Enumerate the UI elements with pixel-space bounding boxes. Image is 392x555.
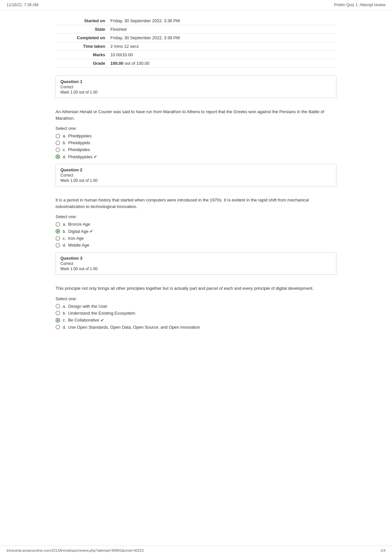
attempt-info-value: 10.00/10.00 [108,51,336,59]
option-item: b.Pheidippids [56,140,336,145]
option-item: d.Use Open Standards, Open Data, Open So… [56,325,336,330]
question-text: An Athenian Herald or Courier was said t… [56,109,336,121]
correct-checkmark-icon: ✔ [90,229,93,234]
options-list: a.Phedippidesb.Pheidippidsc.Pheidipidesd… [56,133,336,159]
select-one-label: Select one: [56,296,336,301]
attempt-info-table: Started onFriday, 30 September 2022, 3:3… [56,17,336,68]
page-header: 11/16/22, 7:36 AM Prelim Quiz 1: Attempt… [0,0,392,10]
option-item: c.Iron Age [56,236,336,241]
option-letter: d. [63,243,66,248]
question-number: Question 1 [60,79,332,84]
option-text: Use Open Standards, Open Data, Open Sour… [68,325,200,330]
option-letter: c. [63,236,66,241]
question-mark: Mark 1.00 out of 1.00 [60,90,332,95]
option-text: Pheidippides [68,154,92,159]
question-body: It is a period in human history that sta… [56,192,336,252]
question-header-block: Question 1CorrectMark 1.00 out of 1.00 [56,76,336,98]
option-letter: a. [63,304,66,309]
radio-icon [56,154,60,159]
correct-checkmark-icon: ✔ [93,154,97,159]
option-text: Pheidipides [68,147,90,152]
header-title: Prelim Quiz 1: Attempt review [334,3,385,7]
question-status: Correct [60,261,332,266]
options-list: a.Design with the Userb.Understand the E… [56,304,336,330]
attempt-info-label: Grade [56,59,108,68]
correct-checkmark-icon: ✔ [100,318,104,323]
radio-icon [56,141,60,145]
option-text: Pheidippids [68,140,90,145]
option-item: a.Bronze Age [56,222,336,227]
attempt-info-row: Grade100.00 out of 100.00 [56,59,336,68]
options-list: a.Bronze Ageb.Digital Age✔c.Iron Aged.Mi… [56,222,336,248]
option-text: Phedippides [68,133,92,138]
option-text: Iron Age [68,236,84,241]
option-letter: b. [63,140,66,145]
option-letter: d. [63,325,66,330]
option-letter: a. [63,222,66,227]
attempt-info-label: State [56,25,108,34]
option-item: c.Pheidipides [56,147,336,152]
radio-icon [56,236,60,241]
option-letter: d. [63,154,66,159]
main-content: Started onFriday, 30 September 2022, 3:3… [49,10,343,354]
radio-icon [56,243,60,248]
question-number: Question 3 [60,256,332,261]
radio-icon [56,134,60,138]
option-text: Digital Age [68,229,89,234]
option-item: d.Middle Age [56,243,336,248]
option-item: b.Digital Age✔ [56,229,336,234]
radio-icon [56,325,60,329]
option-letter: c. [63,318,66,322]
attempt-info-value: 100.00 out of 100.00 [108,59,336,68]
question-status: Correct [60,85,332,89]
radio-icon [56,311,60,315]
question-body: An Athenian Herald or Courier was said t… [56,103,336,164]
option-letter: c. [63,147,66,152]
question-body: This principle not only brings all other… [56,280,336,334]
question-mark: Mark 1.00 out of 1.00 [60,178,332,183]
question-number: Question 2 [60,167,332,172]
radio-icon [56,229,60,234]
radio-icon [56,304,60,308]
option-text: Design with the User [68,304,107,309]
option-item: b.Understand the Existing Ecosystem [56,311,336,316]
radio-icon [56,318,60,322]
attempt-info-row: Completed onFriday, 30 September 2022, 3… [56,34,336,42]
question-text: This principle not only brings all other… [56,285,336,292]
question-text: It is a period in human history that sta… [56,197,336,210]
attempt-info-label: Time taken [56,42,108,51]
question-status: Correct [60,173,332,178]
option-item: a.Phedippides [56,133,336,138]
attempt-info-value: Finished [108,25,336,34]
option-letter: a. [63,133,66,138]
option-text: Be Collaborative [68,318,99,322]
attempt-info-row: Time taken2 mins 12 secs [56,42,336,51]
question-header-block: Question 2CorrectMark 1.00 out of 1.00 [56,164,336,186]
option-item: a.Design with the User [56,304,336,309]
select-one-label: Select one: [56,126,336,131]
attempt-info-label: Completed on [56,34,108,42]
question-mark: Mark 1.00 out of 1.00 [60,267,332,271]
option-item: c.Be Collaborative✔ [56,318,336,323]
attempt-info-value: Friday, 30 September 2022, 3:39 PM [108,34,336,42]
option-text: Bronze Age [68,222,90,227]
question-header-block: Question 3CorrectMark 1.00 out of 1.00 [56,252,336,275]
attempt-info-value: Friday, 30 September 2022, 3:36 PM [108,17,336,25]
attempt-info-label: Marks [56,51,108,59]
attempt-info-row: Started onFriday, 30 September 2022, 3:3… [56,17,336,25]
option-item: d.Pheidippides✔ [56,154,336,159]
option-letter: b. [63,229,66,234]
attempt-info-row: Marks10.00/10.00 [56,51,336,59]
option-text: Middle Age [68,243,89,248]
attempt-info-row: StateFinished [56,25,336,34]
radio-icon [56,147,60,152]
option-letter: b. [63,311,66,316]
header-date: 11/16/22, 7:36 AM [7,3,38,7]
option-text: Understand the Existing Ecosystem [68,311,135,316]
radio-icon [56,222,60,227]
attempt-info-label: Started on [56,17,108,25]
select-one-label: Select one: [56,214,336,219]
attempt-info-value: 2 mins 12 secs [108,42,336,51]
